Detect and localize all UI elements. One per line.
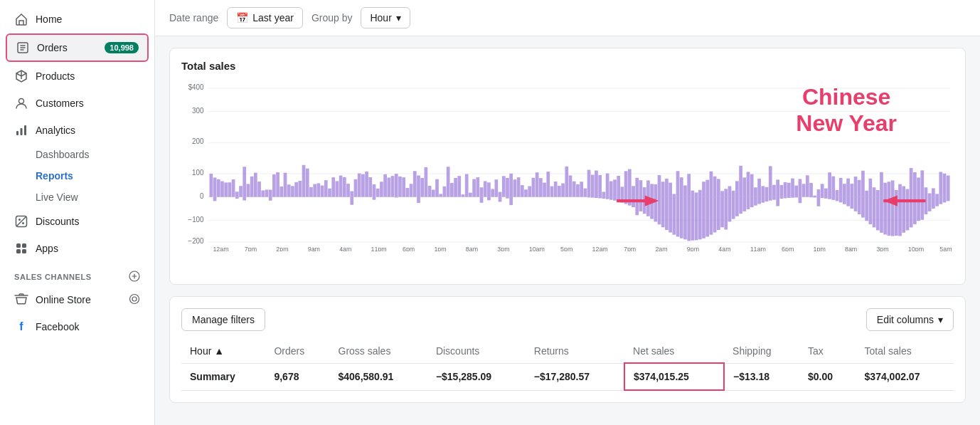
col-hour[interactable]: Hour ▲ (181, 340, 265, 363)
sidebar-item-facebook[interactable]: f Facebook (6, 314, 149, 340)
apps-icon (14, 241, 28, 256)
svg-rect-134 (550, 187, 554, 197)
svg-rect-77 (368, 177, 372, 197)
svg-rect-214 (717, 179, 720, 196)
svg-text:12am: 12am (213, 246, 228, 251)
svg-rect-253 (787, 197, 791, 198)
sidebar-item-apps[interactable]: Apps (6, 236, 149, 261)
discounts-icon (14, 214, 28, 229)
svg-rect-70 (346, 184, 350, 197)
date-range-label: Date range (169, 12, 218, 23)
sidebar-sub-item-reports[interactable]: Reports (6, 166, 149, 186)
svg-rect-4 (24, 125, 26, 135)
col-discounts[interactable]: Discounts (427, 340, 526, 363)
svg-rect-159 (613, 197, 617, 201)
svg-text:8am: 8am (845, 246, 857, 251)
sidebar-item-online-store[interactable]: Online Store (6, 287, 149, 313)
svg-rect-111 (480, 197, 484, 203)
sidebar-item-home[interactable]: Home (6, 6, 149, 32)
col-orders[interactable]: Orders (265, 340, 329, 363)
svg-text:4am: 4am (339, 246, 351, 251)
manage-filters-button[interactable]: Manage filters (181, 308, 265, 331)
svg-rect-301 (880, 197, 883, 233)
svg-rect-48 (269, 189, 272, 196)
svg-rect-36 (232, 179, 235, 197)
svg-rect-322 (920, 170, 924, 196)
col-total-sales[interactable]: Total sales (856, 340, 954, 363)
sidebar-item-online-store-label: Online Store (36, 294, 122, 305)
svg-rect-3 (21, 128, 23, 135)
svg-rect-40 (243, 167, 246, 196)
svg-rect-59 (306, 169, 309, 197)
sidebar-item-customers[interactable]: Customers (6, 90, 149, 116)
svg-rect-68 (339, 176, 343, 197)
sidebar-item-products[interactable]: Products (6, 63, 149, 89)
add-sales-channel-icon[interactable] (129, 271, 140, 283)
sidebar-item-analytics[interactable]: Analytics (6, 117, 149, 143)
online-store-settings-icon[interactable] (129, 293, 140, 307)
sidebar-sub-item-dashboards[interactable]: Dashboards (6, 145, 149, 164)
sidebar-item-orders[interactable]: Orders 10,998 (6, 33, 149, 62)
svg-text:9pm: 9pm (687, 246, 699, 251)
svg-rect-243 (769, 197, 772, 201)
svg-rect-296 (873, 187, 876, 196)
svg-text:200: 200 (192, 137, 204, 146)
col-returns[interactable]: Returns (526, 340, 624, 363)
svg-rect-100 (443, 187, 447, 197)
col-tax[interactable]: Tax (799, 340, 856, 363)
svg-text:4am: 4am (718, 246, 730, 251)
svg-rect-297 (873, 197, 876, 228)
svg-rect-156 (609, 182, 613, 197)
svg-rect-85 (395, 174, 398, 197)
col-gross-sales[interactable]: Gross sales (330, 340, 427, 363)
svg-rect-138 (565, 167, 568, 197)
svg-rect-255 (791, 197, 794, 198)
date-range-button[interactable]: 📅 Last year (227, 7, 303, 28)
manage-filters-label: Manage filters (192, 314, 255, 325)
chart-container: $400 300 200 100 0 −100 −200 (181, 80, 954, 273)
edit-columns-button[interactable]: Edit columns ▾ (866, 308, 954, 331)
svg-rect-52 (279, 187, 283, 197)
svg-rect-84 (391, 176, 395, 196)
svg-rect-118 (499, 197, 502, 202)
sidebar-item-orders-label: Orders (37, 42, 97, 53)
svg-rect-174 (643, 187, 646, 197)
svg-rect-207 (702, 197, 705, 238)
svg-rect-30 (213, 177, 217, 196)
svg-rect-63 (321, 185, 324, 196)
svg-rect-209 (705, 197, 709, 237)
summary-shipping: −$13.18 (724, 363, 799, 390)
sidebar-item-customers-label: Customers (36, 98, 140, 109)
sidebar-sub-item-live-view[interactable]: Live View (6, 187, 149, 207)
svg-rect-98 (435, 179, 439, 197)
svg-rect-110 (480, 187, 484, 196)
svg-rect-311 (898, 197, 902, 236)
svg-rect-216 (720, 191, 724, 196)
col-net-sales[interactable]: Net sales (624, 340, 724, 363)
svg-rect-10 (16, 249, 21, 253)
col-shipping[interactable]: Shipping (724, 340, 799, 363)
svg-rect-258 (799, 179, 802, 196)
facebook-icon: f (14, 320, 28, 334)
svg-rect-145 (587, 197, 591, 198)
svg-rect-236 (757, 179, 761, 197)
svg-rect-246 (776, 179, 779, 196)
svg-rect-198 (687, 174, 691, 196)
svg-rect-244 (772, 185, 776, 197)
sidebar-item-discounts[interactable]: Discounts (6, 209, 149, 234)
summary-gross-sales: $406,580.91 (330, 363, 427, 390)
group-by-button[interactable]: Hour ▾ (361, 7, 410, 28)
sales-channels-section: SALES CHANNELS (0, 262, 154, 286)
summary-orders: 9,678 (265, 363, 329, 390)
svg-rect-78 (373, 184, 376, 197)
svg-text:12am: 12am (592, 246, 608, 251)
svg-rect-194 (680, 177, 683, 196)
svg-rect-195 (680, 197, 683, 238)
svg-rect-173 (639, 197, 643, 211)
svg-text:3pm: 3pm (497, 246, 509, 251)
svg-rect-310 (898, 184, 902, 197)
svg-rect-204 (698, 190, 702, 197)
content-area: Total sales $400 300 200 100 0 −100 −200 (155, 36, 980, 425)
svg-rect-44 (254, 173, 257, 197)
sidebar-item-home-label: Home (36, 14, 140, 25)
